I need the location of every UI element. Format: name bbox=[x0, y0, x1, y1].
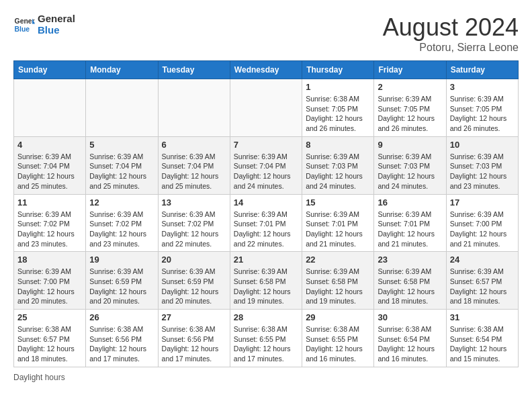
day-number: 30 bbox=[378, 312, 442, 322]
day-number: 19 bbox=[89, 255, 154, 265]
day-cell: 3Sunrise: 6:39 AMSunset: 7:05 PMDaylight… bbox=[446, 79, 518, 137]
col-header-tuesday: Tuesday bbox=[158, 61, 230, 79]
week-row-1: 1Sunrise: 6:38 AMSunset: 7:05 PMDaylight… bbox=[14, 79, 519, 137]
day-number: 31 bbox=[450, 312, 515, 322]
day-info: Sunrise: 6:39 AMSunset: 6:59 PMDaylight:… bbox=[162, 267, 226, 306]
day-cell: 7Sunrise: 6:39 AMSunset: 7:04 PMDaylight… bbox=[230, 136, 302, 194]
day-cell: 13Sunrise: 6:39 AMSunset: 7:02 PMDayligh… bbox=[158, 194, 230, 252]
main-title: August 2024 bbox=[383, 13, 519, 42]
day-number: 10 bbox=[450, 140, 515, 150]
day-number: 2 bbox=[378, 82, 442, 92]
day-info: Sunrise: 6:38 AMSunset: 7:05 PMDaylight:… bbox=[306, 94, 370, 134]
subtitle: Potoru, Sierra Leone bbox=[383, 42, 519, 54]
day-info: Sunrise: 6:39 AMSunset: 7:04 PMDaylight:… bbox=[162, 152, 226, 191]
day-number: 1 bbox=[306, 82, 370, 92]
day-info: Sunrise: 6:39 AMSunset: 7:05 PMDaylight:… bbox=[378, 94, 442, 134]
col-header-wednesday: Wednesday bbox=[230, 61, 302, 79]
day-info: Sunrise: 6:39 AMSunset: 7:05 PMDaylight:… bbox=[450, 94, 515, 134]
day-info: Sunrise: 6:39 AMSunset: 7:02 PMDaylight:… bbox=[89, 210, 154, 249]
day-number: 29 bbox=[306, 312, 370, 322]
day-number: 28 bbox=[234, 312, 298, 322]
day-info: Sunrise: 6:39 AMSunset: 7:02 PMDaylight:… bbox=[162, 210, 226, 249]
day-cell: 18Sunrise: 6:39 AMSunset: 7:00 PMDayligh… bbox=[14, 252, 86, 310]
day-cell: 17Sunrise: 6:39 AMSunset: 7:00 PMDayligh… bbox=[446, 194, 518, 252]
day-info: Sunrise: 6:39 AMSunset: 7:03 PMDaylight:… bbox=[378, 152, 442, 191]
day-number: 27 bbox=[162, 312, 226, 322]
day-cell: 26Sunrise: 6:38 AMSunset: 6:56 PMDayligh… bbox=[86, 310, 158, 367]
day-info: Sunrise: 6:39 AMSunset: 7:04 PMDaylight:… bbox=[89, 152, 154, 191]
week-row-2: 4Sunrise: 6:39 AMSunset: 7:04 PMDaylight… bbox=[14, 136, 519, 194]
day-cell bbox=[14, 79, 86, 137]
day-cell: 10Sunrise: 6:39 AMSunset: 7:03 PMDayligh… bbox=[446, 136, 518, 194]
day-info: Sunrise: 6:39 AMSunset: 7:01 PMDaylight:… bbox=[378, 210, 442, 249]
day-number: 3 bbox=[450, 82, 515, 92]
day-cell: 4Sunrise: 6:39 AMSunset: 7:04 PMDaylight… bbox=[14, 136, 86, 194]
day-info: Sunrise: 6:39 AMSunset: 7:01 PMDaylight:… bbox=[234, 210, 298, 249]
day-cell bbox=[86, 79, 158, 137]
day-cell: 6Sunrise: 6:39 AMSunset: 7:04 PMDaylight… bbox=[158, 136, 230, 194]
day-info: Sunrise: 6:39 AMSunset: 7:03 PMDaylight:… bbox=[306, 152, 370, 191]
svg-text:Blue: Blue bbox=[15, 25, 30, 32]
day-number: 25 bbox=[17, 312, 82, 322]
day-info: Sunrise: 6:38 AMSunset: 6:55 PMDaylight:… bbox=[306, 324, 370, 364]
day-cell: 14Sunrise: 6:39 AMSunset: 7:01 PMDayligh… bbox=[230, 194, 302, 252]
day-number: 21 bbox=[234, 255, 298, 265]
day-info: Sunrise: 6:38 AMSunset: 6:54 PMDaylight:… bbox=[450, 324, 515, 364]
day-number: 24 bbox=[450, 255, 515, 265]
day-cell: 15Sunrise: 6:39 AMSunset: 7:01 PMDayligh… bbox=[302, 194, 374, 252]
week-row-3: 11Sunrise: 6:39 AMSunset: 7:02 PMDayligh… bbox=[14, 194, 519, 252]
header: General Blue General Blue August 2024 Po… bbox=[13, 13, 519, 54]
week-row-5: 25Sunrise: 6:38 AMSunset: 6:57 PMDayligh… bbox=[14, 310, 519, 367]
day-number: 11 bbox=[17, 197, 82, 208]
day-cell: 19Sunrise: 6:39 AMSunset: 6:59 PMDayligh… bbox=[86, 252, 158, 310]
day-number: 16 bbox=[378, 197, 442, 208]
day-cell: 12Sunrise: 6:39 AMSunset: 7:02 PMDayligh… bbox=[86, 194, 158, 252]
day-cell: 5Sunrise: 6:39 AMSunset: 7:04 PMDaylight… bbox=[86, 136, 158, 194]
logo-icon: General Blue bbox=[13, 14, 35, 36]
day-info: Sunrise: 6:39 AMSunset: 6:58 PMDaylight:… bbox=[234, 267, 298, 306]
day-info: Sunrise: 6:38 AMSunset: 6:55 PMDaylight:… bbox=[234, 324, 298, 364]
day-info: Sunrise: 6:39 AMSunset: 6:58 PMDaylight:… bbox=[306, 267, 370, 306]
day-cell: 28Sunrise: 6:38 AMSunset: 6:55 PMDayligh… bbox=[230, 310, 302, 367]
day-info: Sunrise: 6:39 AMSunset: 7:02 PMDaylight:… bbox=[17, 210, 82, 249]
day-info: Sunrise: 6:39 AMSunset: 6:59 PMDaylight:… bbox=[89, 267, 154, 306]
day-info: Sunrise: 6:39 AMSunset: 7:04 PMDaylight:… bbox=[17, 152, 82, 191]
day-info: Sunrise: 6:38 AMSunset: 6:54 PMDaylight:… bbox=[378, 324, 442, 364]
day-info: Sunrise: 6:39 AMSunset: 6:58 PMDaylight:… bbox=[378, 267, 442, 306]
day-number: 13 bbox=[162, 197, 226, 208]
day-info: Sunrise: 6:38 AMSunset: 6:56 PMDaylight:… bbox=[162, 324, 226, 364]
day-number: 18 bbox=[17, 255, 82, 265]
day-cell: 20Sunrise: 6:39 AMSunset: 6:59 PMDayligh… bbox=[158, 252, 230, 310]
day-cell: 30Sunrise: 6:38 AMSunset: 6:54 PMDayligh… bbox=[374, 310, 446, 367]
day-info: Sunrise: 6:38 AMSunset: 6:57 PMDaylight:… bbox=[17, 324, 82, 364]
day-number: 20 bbox=[162, 255, 226, 265]
day-cell: 1Sunrise: 6:38 AMSunset: 7:05 PMDaylight… bbox=[302, 79, 374, 137]
day-cell bbox=[230, 79, 302, 137]
day-info: Sunrise: 6:39 AMSunset: 6:57 PMDaylight:… bbox=[450, 267, 515, 306]
day-cell: 22Sunrise: 6:39 AMSunset: 6:58 PMDayligh… bbox=[302, 252, 374, 310]
col-header-thursday: Thursday bbox=[302, 61, 374, 79]
day-number: 23 bbox=[378, 255, 442, 265]
day-cell bbox=[158, 79, 230, 137]
day-cell: 29Sunrise: 6:38 AMSunset: 6:55 PMDayligh… bbox=[302, 310, 374, 367]
day-number: 12 bbox=[89, 197, 154, 208]
title-area: August 2024 Potoru, Sierra Leone bbox=[383, 13, 519, 54]
day-cell: 11Sunrise: 6:39 AMSunset: 7:02 PMDayligh… bbox=[14, 194, 86, 252]
logo-blue: Blue bbox=[38, 25, 75, 36]
day-cell: 24Sunrise: 6:39 AMSunset: 6:57 PMDayligh… bbox=[446, 252, 518, 310]
logo-general: General bbox=[38, 13, 75, 25]
day-cell: 31Sunrise: 6:38 AMSunset: 6:54 PMDayligh… bbox=[446, 310, 518, 367]
day-cell: 9Sunrise: 6:39 AMSunset: 7:03 PMDaylight… bbox=[374, 136, 446, 194]
day-cell: 27Sunrise: 6:38 AMSunset: 6:56 PMDayligh… bbox=[158, 310, 230, 367]
day-info: Sunrise: 6:38 AMSunset: 6:56 PMDaylight:… bbox=[89, 324, 154, 364]
day-info: Sunrise: 6:39 AMSunset: 7:04 PMDaylight:… bbox=[234, 152, 298, 191]
col-header-monday: Monday bbox=[86, 61, 158, 79]
day-number: 9 bbox=[378, 140, 442, 150]
day-number: 17 bbox=[450, 197, 515, 208]
footer: Daylight hours bbox=[13, 373, 519, 382]
day-number: 6 bbox=[162, 140, 226, 150]
day-info: Sunrise: 6:39 AMSunset: 7:00 PMDaylight:… bbox=[17, 267, 82, 306]
day-cell: 2Sunrise: 6:39 AMSunset: 7:05 PMDaylight… bbox=[374, 79, 446, 137]
day-cell: 21Sunrise: 6:39 AMSunset: 6:58 PMDayligh… bbox=[230, 252, 302, 310]
day-cell: 25Sunrise: 6:38 AMSunset: 6:57 PMDayligh… bbox=[14, 310, 86, 367]
